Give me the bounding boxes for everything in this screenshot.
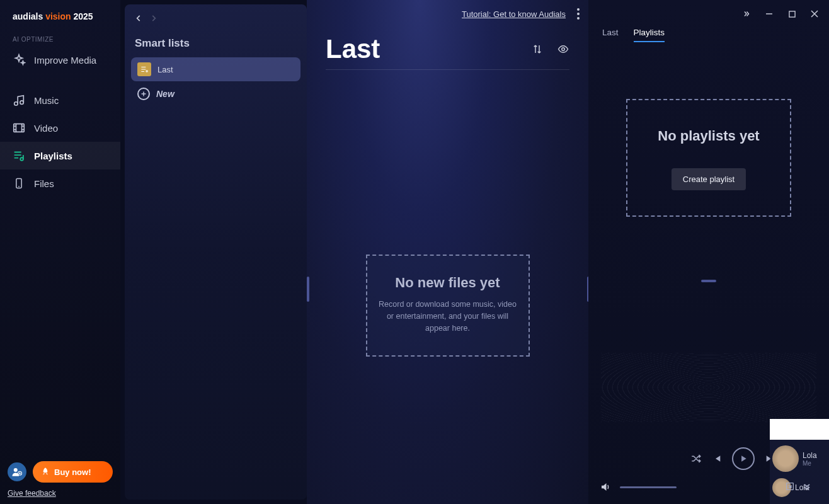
nav-improve-media[interactable]: Improve Media (0, 46, 120, 74)
give-feedback-link[interactable]: Give feedback (8, 489, 113, 498)
smart-lists-panel: Smart lists Last New (125, 4, 307, 500)
page-title: Last (326, 34, 380, 64)
sort-button[interactable] (532, 43, 543, 55)
playlists-empty-box: No playlists yet Create playlist (626, 99, 791, 217)
sparkle-icon (11, 52, 26, 67)
nav-back-button[interactable] (134, 12, 143, 25)
more-menu-button[interactable] (577, 8, 580, 20)
shuffle-button[interactable] (690, 453, 702, 464)
panel-resize-handle-left[interactable] (307, 277, 309, 302)
nav-item-label: Files (34, 178, 54, 189)
volume-icon[interactable] (600, 481, 611, 493)
track-title: Lola (803, 451, 817, 460)
smart-item-label: Last (157, 65, 173, 74)
smart-new-label: New (156, 89, 174, 99)
rocket-icon (40, 467, 50, 477)
playlists-empty-title: No playlists yet (640, 128, 777, 144)
playlist-icon (11, 148, 26, 163)
app-logo: audials vision 2025 (0, 0, 120, 34)
nav-item-label: Playlists (34, 151, 72, 161)
nav-files[interactable]: Files (0, 169, 120, 197)
maximize-button[interactable] (786, 8, 798, 20)
smart-list-new-button[interactable]: New (131, 81, 300, 106)
nav-item-label: Improve Media (34, 55, 96, 66)
user-icon (11, 466, 23, 478)
panel-drag-handle[interactable] (701, 280, 716, 282)
empty-state-subtitle: Record or download some music, video or … (379, 299, 517, 334)
collapse-button[interactable] (803, 481, 811, 491)
tab-playlists[interactable]: Playlists (634, 28, 665, 42)
main-body: Last No new files yet Record or download… (307, 28, 588, 504)
svg-point-5 (14, 468, 18, 472)
playlists-empty-wrap: No playlists yet Create playlist (588, 49, 829, 217)
music-note-icon (11, 93, 26, 108)
logo-text-c: 2025 (74, 11, 93, 21)
page-title-row: Last (326, 34, 569, 70)
play-button[interactable] (732, 447, 755, 470)
logo-text-b: vision (45, 11, 71, 21)
svg-point-7 (146, 71, 147, 72)
device-icon (11, 176, 26, 191)
play-icon (739, 454, 748, 463)
nav-history-arrows (131, 11, 300, 36)
nav-item-label: Video (34, 123, 58, 134)
main-titlebar: Tutorial: Get to know Audials (307, 0, 588, 28)
close-button[interactable] (809, 8, 820, 20)
main-content-area: Tutorial: Get to know Audials Last No ne… (307, 0, 588, 504)
soundwave-decoration (601, 353, 816, 422)
tab-last[interactable]: Last (602, 28, 619, 42)
svg-point-9 (577, 13, 580, 15)
track-thumbnail (772, 445, 799, 472)
logo-text-a: audials (13, 11, 43, 21)
nav-music[interactable]: Music (0, 86, 120, 114)
buy-now-label: Buy now! (54, 467, 91, 477)
nav-item-label: Music (34, 95, 59, 106)
track-item[interactable]: Lola Me (770, 442, 829, 475)
search-input-peek[interactable] (770, 419, 829, 440)
view-button[interactable] (557, 43, 569, 55)
window-controls (588, 0, 829, 28)
smart-list-item-last[interactable]: Last (131, 57, 300, 81)
list-tile-icon (137, 62, 151, 76)
minimize-button[interactable] (763, 8, 775, 20)
corner-buttons (785, 481, 811, 491)
pop-out-button[interactable] (785, 481, 795, 491)
right-tabs: Last Playlists (588, 28, 829, 49)
svg-point-10 (577, 17, 580, 20)
nav-forward-button[interactable] (149, 12, 158, 25)
create-playlist-button[interactable]: Create playlist (672, 168, 746, 190)
buy-now-button[interactable]: Buy now! (33, 461, 113, 483)
svg-rect-12 (789, 11, 794, 16)
nav-section-label: AI OPTIMIZE (0, 34, 120, 46)
svg-rect-2 (14, 124, 25, 132)
sidebar-footer: Buy now! Give feedback (0, 455, 120, 504)
previous-button[interactable] (712, 454, 722, 464)
smart-lists-heading: Smart lists (131, 36, 300, 57)
plus-circle-icon (137, 88, 150, 100)
nav-playlists[interactable]: Playlists (0, 142, 120, 169)
expand-panel-button[interactable] (741, 8, 752, 20)
user-avatar-button[interactable] (8, 462, 26, 481)
tutorial-link[interactable]: Tutorial: Get to know Audials (462, 9, 566, 19)
empty-state-title: No new files yet (379, 275, 517, 291)
volume-slider[interactable] (620, 486, 677, 488)
empty-state-box: No new files yet Record or download some… (366, 255, 530, 357)
nav-video[interactable]: Video (0, 114, 120, 142)
svg-point-11 (562, 48, 565, 51)
svg-point-8 (577, 8, 580, 11)
track-subtitle: Me (803, 460, 817, 467)
right-pane: Last Playlists No playlists yet Create p… (588, 0, 829, 504)
app-sidebar: audials vision 2025 AI OPTIMIZE Improve … (0, 0, 120, 504)
film-icon (11, 120, 26, 135)
